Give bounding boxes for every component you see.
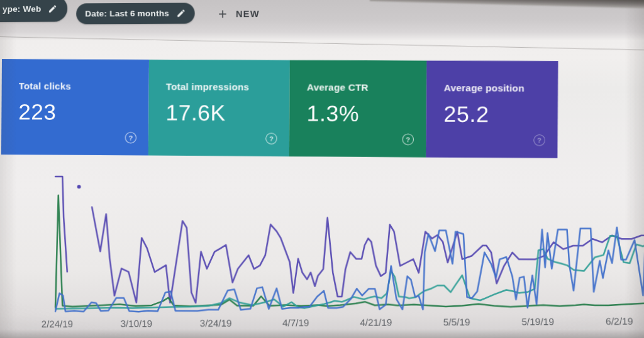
- performance-line-chart[interactable]: [0, 0, 644, 338]
- data-point-dot: [77, 185, 81, 188]
- search-console-performance-page: ype: Web Date: Last 6 months + NEW Total…: [0, 0, 644, 338]
